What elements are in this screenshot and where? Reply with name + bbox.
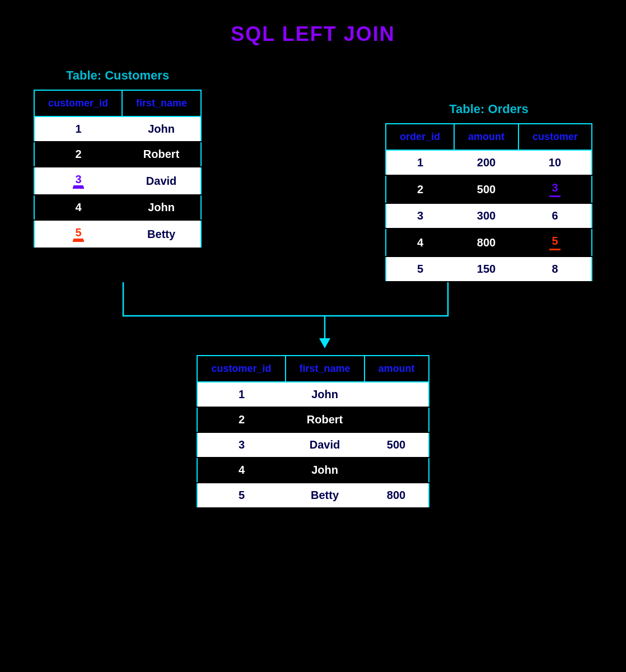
result-row-id: 1 [197,382,285,407]
orders-row-id: 4 [386,228,454,256]
orders-row-customer: 3 [518,175,592,203]
orders-table: order_id amount customer 120010250033300… [385,123,592,282]
result-row-name: John [286,382,365,407]
orders-row-amount: 800 [454,228,518,256]
customers-row-name: Betty [122,220,201,248]
orders-table-label: Table: Orders [449,102,528,116]
orders-col-amount: amount [454,124,518,150]
result-row-id: 3 [197,432,285,458]
customers-table: customer_id first_name 1John2Robert3Davi… [34,90,202,249]
orders-row-id: 1 [386,150,454,175]
customers-col-name: first_name [122,90,201,116]
result-row-id: 2 [197,407,285,432]
result-row-name: John [286,458,365,483]
customers-row-id: 4 [34,195,122,220]
result-table: customer_id first_name amount 1John2Robe… [197,355,429,508]
orders-table-section: Table: Orders order_id amount customer 1… [385,102,592,282]
result-row-amount [365,382,429,407]
orders-row-amount: 500 [454,175,518,203]
customers-row-name: John [122,195,201,220]
result-row-amount [365,458,429,483]
customers-row-name: John [122,116,201,142]
customers-row-id: 2 [34,142,122,167]
orders-row-customer: 5 [518,228,592,256]
customers-row-id: 1 [34,116,122,142]
customers-table-section: Table: Customers customer_id first_name … [34,68,202,249]
result-col-name: first_name [286,356,365,382]
orders-row-amount: 200 [454,150,518,175]
orders-col-id: order_id [386,124,454,150]
customers-col-id: customer_id [34,90,122,116]
customers-row-name: Robert [122,142,201,167]
result-col-id: customer_id [197,356,285,382]
customers-table-label: Table: Customers [66,68,169,83]
orders-col-customer: customer [518,124,592,150]
orders-row-customer: 6 [518,203,592,228]
result-row-id: 5 [197,483,285,508]
result-row-amount [365,407,429,432]
result-row-name: David [286,432,365,458]
result-row-amount: 500 [365,432,429,458]
result-row-id: 4 [197,458,285,483]
customers-row-name: David [122,167,201,195]
result-col-amount: amount [365,356,429,382]
result-row-name: Betty [286,483,365,508]
orders-row-id: 2 [386,175,454,203]
orders-row-id: 5 [386,256,454,282]
page-title: SQL LEFT JOIN [231,22,395,46]
orders-row-amount: 300 [454,203,518,228]
customers-row-id: 5 [34,220,122,248]
orders-row-customer: 10 [518,150,592,175]
connector-lines [11,282,615,349]
svg-marker-1 [319,338,330,348]
orders-row-id: 3 [386,203,454,228]
result-row-amount: 800 [365,483,429,508]
customers-row-id: 3 [34,167,122,195]
orders-row-customer: 8 [518,256,592,282]
result-section: customer_id first_name amount 1John2Robe… [197,355,429,508]
result-row-name: Robert [286,407,365,432]
orders-row-amount: 150 [454,256,518,282]
